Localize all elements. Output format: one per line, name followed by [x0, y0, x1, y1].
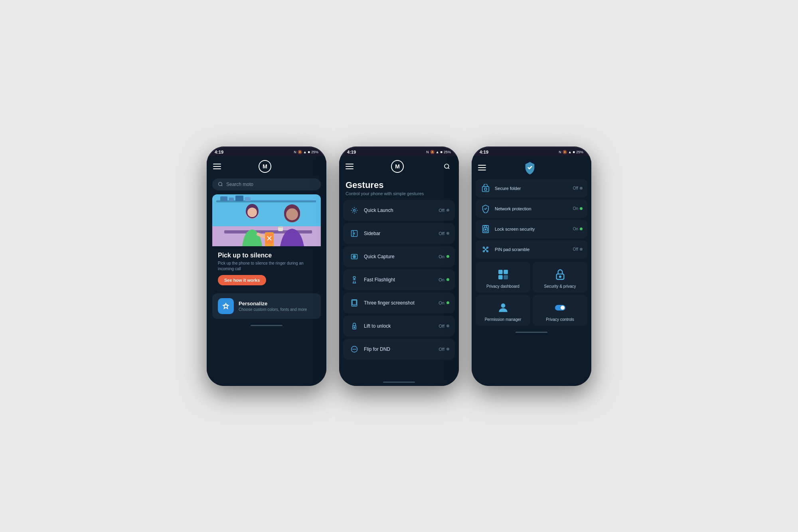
lift-to-unlock-status: Off [439, 324, 449, 328]
svg-rect-6 [220, 196, 227, 201]
svg-rect-39 [482, 186, 489, 192]
phone2-menu-icon[interactable] [346, 164, 354, 169]
personalize-icon-box [218, 298, 234, 314]
flip-for-dnd-name: Flip for DND [364, 346, 390, 352]
gesture-sidebar[interactable]: Sidebar Off [343, 223, 455, 244]
phone3-home-bar [516, 332, 547, 333]
search-icon [218, 182, 223, 187]
svg-line-25 [448, 168, 449, 169]
personalize-card[interactable]: Personalize Choose custom colors, fonts … [212, 293, 321, 319]
phone2-app-bar: M [339, 156, 459, 177]
hero-illustration [212, 194, 321, 246]
see-how-it-works-button[interactable]: See how it works [218, 275, 266, 285]
personalize-desc: Choose custom colors, fonts and more [239, 307, 307, 312]
sidebar-name: Sidebar [364, 231, 380, 236]
svg-rect-9 [245, 197, 251, 201]
phone3-app-bar [472, 156, 591, 179]
gesture-flip-for-dnd[interactable]: Flip for DND Off [343, 339, 455, 360]
flip-for-dnd-dot [446, 348, 449, 350]
three-finger-screenshot-icon [349, 297, 360, 309]
svg-rect-8 [235, 196, 243, 201]
svg-rect-51 [504, 275, 508, 279]
sidebar-dot [446, 232, 449, 235]
svg-point-26 [354, 209, 356, 211]
toggle-on-icon [555, 305, 565, 310]
svg-rect-49 [504, 270, 508, 274]
privacy-controls-card[interactable]: Privacy controls [533, 295, 587, 326]
phone1-notch [264, 149, 269, 154]
phone3-status-icons: N 🔕 ▲ ■ 25% [559, 150, 583, 154]
quick-capture-name: Quick Capture [364, 254, 395, 259]
svg-point-12 [247, 208, 257, 217]
phone3-menu-icon[interactable] [478, 165, 486, 170]
privacy-grid: Privacy dashboard Security & privacy [472, 259, 591, 329]
security-pin-scramble[interactable]: PIN pad scramble Off [476, 240, 587, 259]
security-secure-folder[interactable]: Secure folder Off [476, 179, 587, 198]
security-lock-screen[interactable]: Lock screen security On [476, 220, 587, 238]
quick-capture-dot [446, 255, 449, 258]
three-finger-screenshot-status: On [439, 301, 449, 305]
gesture-quick-capture[interactable]: Quick Capture On [343, 246, 455, 267]
phone2-notch [397, 149, 401, 154]
three-finger-screenshot-name: Three finger screenshot [364, 300, 415, 306]
moto-logo: M [259, 160, 271, 173]
search-placeholder: Search moto [226, 182, 253, 187]
svg-point-54 [501, 303, 505, 308]
gesture-list: Quick Launch Off S [339, 200, 459, 379]
permission-manager-card[interactable]: Permission manager [476, 295, 530, 326]
phone2-time: 4:19 [347, 150, 356, 154]
menu-icon[interactable] [213, 164, 221, 169]
svg-rect-40 [484, 188, 487, 190]
phone3-time: 4:19 [480, 150, 488, 154]
svg-rect-50 [498, 275, 503, 279]
gesture-fast-flashlight[interactable]: Fast Flashlight On [343, 269, 455, 290]
phone1: 4:19 N 🔕 ▲ ■ 25% M Search moto [207, 146, 326, 386]
svg-rect-31 [354, 276, 356, 278]
phone2-moto-logo: M [391, 160, 404, 173]
lock-screen-name: Lock screen security [495, 227, 535, 231]
svg-point-24 [444, 164, 449, 168]
hero-subtitle: Pick up the phone to silence the ringer … [218, 261, 315, 272]
svg-point-43 [485, 229, 486, 230]
lock-screen-dot [580, 227, 583, 230]
svg-rect-33 [352, 300, 356, 305]
fast-flashlight-name: Fast Flashlight [364, 277, 395, 283]
svg-point-20 [286, 208, 298, 220]
personalize-title: Personalize [239, 301, 307, 307]
gestures-subtitle: Control your phone with simple gestures [339, 191, 459, 200]
lift-to-unlock-name: Lift to unlock [364, 323, 391, 329]
svg-point-0 [219, 182, 222, 186]
phone2-search-icon[interactable] [441, 161, 452, 172]
gesture-three-finger-screenshot[interactable]: Three finger screenshot On [343, 293, 455, 313]
quick-launch-status: Off [439, 208, 449, 213]
phone2-screen: M Gestures Control your phone with simpl… [339, 156, 459, 386]
phone2-home-bar [383, 382, 415, 383]
flip-for-dnd-icon [349, 344, 360, 355]
lift-to-unlock-dot [446, 324, 449, 327]
security-privacy-card[interactable]: Security & privacy [533, 262, 587, 293]
gesture-lift-to-unlock[interactable]: Lift to unlock Off [343, 316, 455, 336]
gestures-title: Gestures [339, 177, 459, 191]
pin-scramble-status: Off [573, 247, 583, 251]
quick-launch-icon [349, 205, 360, 216]
permission-manager-label: Permission manager [485, 317, 521, 322]
phone3-notch [529, 149, 534, 154]
svg-line-1 [221, 185, 222, 186]
phone2-home-indicator [339, 379, 459, 386]
network-protection-icon [480, 204, 491, 214]
secure-folder-name: Secure folder [495, 186, 521, 191]
security-network-protection[interactable]: Network protection On [476, 200, 587, 218]
svg-rect-7 [229, 198, 234, 201]
search-bar[interactable]: Search moto [212, 178, 321, 190]
phone2: 4:19 N 🔕 ▲ ■ 25% M Gestures Control your… [339, 146, 459, 386]
phone1-status-icons: N 🔕 ▲ ■ 25% [294, 150, 318, 154]
privacy-dashboard-card[interactable]: Privacy dashboard [476, 262, 530, 293]
pin-scramble-name: PIN pad scramble [495, 247, 529, 252]
gesture-quick-launch[interactable]: Quick Launch Off [343, 200, 455, 221]
quick-capture-icon [349, 251, 360, 262]
network-protection-status: On [573, 206, 583, 211]
phone1-screen: M Search moto [207, 156, 326, 386]
svg-point-53 [559, 276, 561, 277]
phone3-screen: Secure folder Off Network protect [472, 156, 591, 386]
network-protection-dot [580, 207, 583, 210]
